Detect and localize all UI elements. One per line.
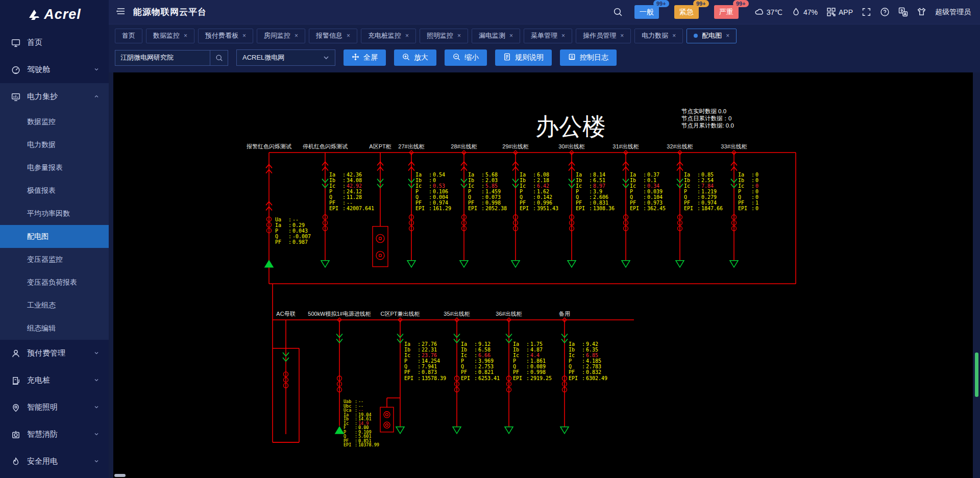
search-icon[interactable] [613,7,623,17]
tab-close-icon[interactable]: × [184,32,187,39]
svg-text:22.31: 22.31 [422,347,437,353]
tab-item[interactable]: 配电图× [687,29,737,43]
sidebar-item[interactable]: 充电桩 [0,367,109,394]
sidebar-item[interactable]: 安全用电 [0,448,109,475]
toolbar-zoom-out-button[interactable]: 缩小 [445,49,487,66]
toolbar-zoom-in-button[interactable]: 放大 [394,49,436,66]
tab-item[interactable]: 操作员管理× [576,29,631,43]
svg-text:P: P [468,189,471,194]
sidebar-subitem[interactable]: 变压器监控 [0,248,109,271]
svg-text::: : [697,200,700,206]
language-icon[interactable] [898,7,908,17]
svg-text:Ib: Ib [684,178,690,183]
tab-close-icon[interactable]: × [672,32,676,39]
alarm-level-button[interactable]: 紧急99+ [674,5,699,19]
sidebar-subitem[interactable]: 组态编辑 [0,317,109,340]
alarm-level-button[interactable]: 一般99+ [634,5,659,19]
tab-item[interactable]: 菜单管理× [524,29,572,43]
svg-text:-0.007: -0.007 [292,234,311,239]
search-submit-button[interactable] [210,50,228,66]
tab-item[interactable]: 首页 [115,29,142,43]
alarm-level-label: 一般 [640,8,654,17]
svg-text:42.36: 42.36 [347,172,362,178]
sidebar-subitem[interactable]: 工业组态 [0,294,109,317]
sidebar-item[interactable]: 电力集抄 [0,83,109,110]
tab-close-icon[interactable]: × [620,32,624,39]
tab-close-icon[interactable]: × [561,32,565,39]
sidebar-submenu: 数据监控电力数据电参量报表极值报表平均功率因数配电图变压器监控变压器负荷报表工业… [0,110,109,340]
sidebar-subitem[interactable]: 数据监控 [0,110,109,133]
sidebar-item[interactable]: 预付费管理 [0,340,109,367]
app-qr[interactable]: APP [826,7,853,17]
vertical-scrollbar[interactable] [975,353,978,397]
svg-text:2919.25: 2919.25 [530,375,552,381]
sidebar-subitem[interactable]: 电参量报表 [0,156,109,179]
svg-text:Q: Q [461,364,464,369]
svg-text:P: P [684,189,687,194]
tab-item[interactable]: 照明监控× [420,29,468,43]
fullscreen-icon[interactable] [862,7,871,17]
svg-text:0.974: 0.974 [701,200,717,206]
tab-item[interactable]: 报警信息× [309,29,357,43]
svg-text::: : [418,358,421,364]
toolbar-rules-doc-button[interactable]: 规则说明 [495,49,552,66]
sidebar-subitem[interactable]: 平均功率因数 [0,202,109,225]
sidebar-subitem[interactable]: 电力数据 [0,133,109,156]
tab-item[interactable]: 房间监控× [257,29,305,43]
svg-text:Ib: Ib [404,347,410,353]
toolbar-control-log-button[interactable]: 控制日志 [560,49,617,66]
svg-text:3.969: 3.969 [478,358,494,364]
sidebar-subitem[interactable]: 配电图 [0,225,109,248]
toolbar-fullscreen-move-button[interactable]: 全屏 [344,49,386,66]
tab-close-icon[interactable]: × [509,32,513,39]
svg-text::: : [526,375,529,381]
tab-close-icon[interactable]: × [347,32,350,39]
svg-text:EPI: EPI [684,206,693,211]
tab-item[interactable]: 漏电监测× [472,29,520,43]
svg-text::: : [418,347,421,353]
svg-text:0: 0 [755,178,758,183]
alarm-level-button[interactable]: 严重99+ [714,5,739,19]
tab-close-icon[interactable]: × [726,32,729,39]
tab-close-icon[interactable]: × [295,32,298,39]
current-user[interactable]: 超级管理员 [935,8,971,17]
svg-text:23.76: 23.76 [422,353,437,358]
distribution-diagram-canvas[interactable]: 办公楼节点实时数据 0.0节点日累计数据：0节点月累计数据: 0.0报警红色闪烁… [113,72,973,478]
svg-text::: : [342,189,346,194]
sidebar-item[interactable]: 驾驶舱 [0,56,109,83]
sidebar-item[interactable]: 智能照明 [0,394,109,421]
svg-text:PF: PF [630,200,636,206]
help-icon[interactable] [880,7,890,17]
microgrid-select[interactable]: ACREL微电网 [236,49,335,66]
svg-text:Ia: Ia [275,222,281,228]
tab-item[interactable]: 充电桩监控× [361,29,416,43]
chevron-down-icon [93,430,100,439]
svg-text::: : [582,347,585,353]
svg-text::: : [697,189,700,194]
svg-text:0: 0 [755,194,758,200]
svg-text:Q: Q [738,194,741,200]
svg-text:P: P [404,358,407,364]
tab-close-icon[interactable]: × [242,32,246,39]
sidebar-item[interactable]: 智慧消防 [0,421,109,448]
theme-shirt-icon[interactable] [917,7,926,17]
chevron-down-icon [93,376,100,385]
tab-item[interactable]: 电力数据× [634,29,683,43]
collapse-menu-icon[interactable] [116,6,126,18]
svg-text:6302.49: 6302.49 [586,375,607,381]
sidebar-subitem[interactable]: 极值报表 [0,179,109,202]
svg-text::: : [643,200,646,206]
sidebar-item[interactable]: 首页 [0,29,109,56]
svg-text:PF: PF [513,369,519,375]
svg-text:1847.66: 1847.66 [701,206,723,211]
sidebar-subitem[interactable]: 变压器负荷报表 [0,271,109,294]
horizontal-scrollbar[interactable] [114,474,126,477]
tab-item[interactable]: 预付费看板× [198,29,253,43]
tab-item[interactable]: 数据监控× [146,29,194,43]
tab-close-icon[interactable]: × [405,32,409,39]
project-search-input[interactable] [115,50,210,66]
svg-text:7.941: 7.941 [422,364,437,369]
alarm-count-badge: 99+ [653,0,669,7]
svg-text:Ia: Ia [329,172,335,178]
tab-close-icon[interactable]: × [457,32,461,39]
